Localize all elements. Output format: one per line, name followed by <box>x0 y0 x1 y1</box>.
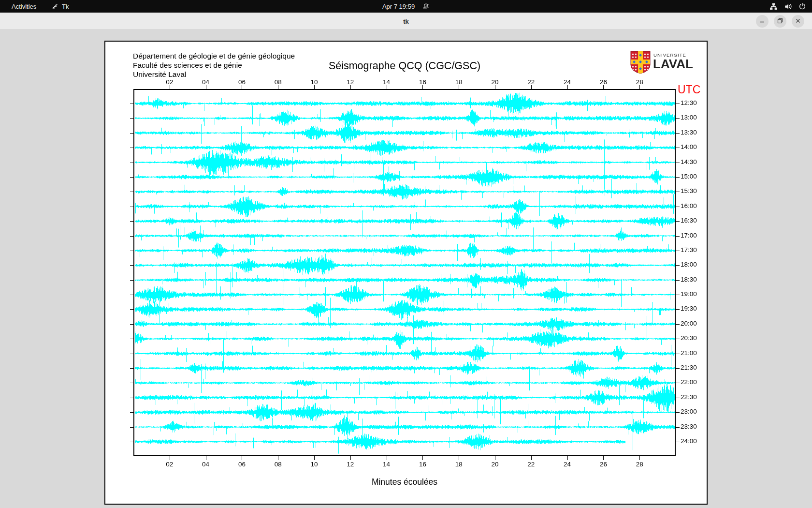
window-controls <box>756 15 804 28</box>
utc-time-label: 15:00 <box>681 173 697 180</box>
volume-icon <box>784 2 792 11</box>
x-tick-label-bottom: 02 <box>166 461 173 468</box>
utc-time-label: 21:30 <box>681 364 697 371</box>
x-tick-label-top: 22 <box>527 78 535 86</box>
maximize-button[interactable] <box>774 15 786 28</box>
logo-text-laval: LAVAL <box>653 57 693 72</box>
utc-time-label: 19:30 <box>681 305 697 312</box>
x-tick-label-top: 28 <box>636 78 643 86</box>
utc-time-label: 14:30 <box>681 158 697 165</box>
utc-time-label: 19:00 <box>681 290 697 298</box>
window-title: tk <box>0 13 812 30</box>
utc-time-label: 22:30 <box>681 393 697 401</box>
utc-label: UTC <box>678 83 700 96</box>
x-tick-label-bottom: 08 <box>275 461 282 468</box>
utc-time-label: 18:00 <box>681 261 697 268</box>
x-tick-label-bottom: 18 <box>455 461 463 468</box>
institution-block: Département de géologie et de génie géol… <box>133 51 295 79</box>
x-tick-label-bottom: 06 <box>238 461 246 468</box>
notifications-off-icon <box>422 3 430 10</box>
close-button[interactable] <box>792 15 804 28</box>
x-tick-label-bottom: 22 <box>527 461 535 468</box>
utc-time-label: 16:00 <box>681 202 697 209</box>
utc-time-label: 23:00 <box>681 408 697 415</box>
x-tick-label-top: 06 <box>238 78 246 86</box>
institution-line-2: Faculté des sciences et de génie <box>133 60 295 70</box>
clock-menu[interactable]: Apr 7 19:59 <box>382 0 430 13</box>
system-status-area[interactable] <box>769 0 806 13</box>
x-tick-label-top: 18 <box>455 78 463 86</box>
utc-time-label: 18:30 <box>681 276 697 283</box>
x-tick-label-bottom: 12 <box>347 461 354 468</box>
x-tick-label-top: 10 <box>310 78 318 86</box>
tk-icon <box>51 3 58 10</box>
seismograph-canvas: Département de géologie et de génie géol… <box>104 41 708 505</box>
x-tick-label-bottom: 28 <box>636 461 643 468</box>
activities-button[interactable]: Activities <box>9 0 39 13</box>
activities-label: Activities <box>12 3 36 10</box>
gnome-top-bar: Activities Tk Apr 7 19:59 <box>0 0 812 13</box>
x-tick-label-top: 16 <box>419 78 426 86</box>
plot-title: Séismographe QCQ (CGC/GSC) <box>329 60 480 72</box>
x-tick-label-bottom: 16 <box>419 461 426 468</box>
x-tick-label-top: 08 <box>275 78 282 86</box>
power-icon <box>798 2 806 10</box>
utc-time-label: 20:00 <box>681 320 697 327</box>
clock-label: Apr 7 19:59 <box>382 3 415 10</box>
x-tick-label-bottom: 24 <box>564 461 571 468</box>
x-tick-label-top: 04 <box>202 78 209 86</box>
focused-app-indicator[interactable]: Tk <box>51 0 69 13</box>
utc-time-label: 17:00 <box>681 232 697 239</box>
x-axis-title: Minutes écoulées <box>372 477 437 487</box>
x-tick-label-bottom: 04 <box>202 461 209 468</box>
laval-shield-icon <box>630 50 651 76</box>
x-tick-label-bottom: 26 <box>600 461 607 468</box>
utc-time-label: 13:30 <box>681 129 697 136</box>
focused-app-label: Tk <box>62 3 69 10</box>
utc-time-label: 22:00 <box>681 378 697 386</box>
institution-line-3: Université Laval <box>133 70 295 79</box>
utc-time-label: 17:30 <box>681 246 697 254</box>
utc-time-label: 16:30 <box>681 217 697 224</box>
x-tick-label-top: 26 <box>600 78 607 86</box>
x-tick-label-bottom: 10 <box>310 461 318 468</box>
network-wired-icon <box>769 2 778 11</box>
utc-time-label: 20:30 <box>681 334 697 342</box>
restore-icon <box>777 17 783 26</box>
institution-line-1: Département de géologie et de génie géol… <box>133 51 295 60</box>
x-tick-label-top: 20 <box>491 78 498 86</box>
window-titlebar: tk <box>0 13 812 30</box>
utc-time-label: 13:00 <box>681 114 697 121</box>
x-tick-label-top: 14 <box>383 78 390 86</box>
utc-time-label: 14:00 <box>681 143 697 150</box>
utc-time-label: 15:30 <box>681 187 697 194</box>
x-tick-label-top: 12 <box>347 78 354 86</box>
utc-time-label: 23:30 <box>681 423 697 430</box>
utc-time-label: 21:00 <box>681 349 697 357</box>
utc-time-label: 12:30 <box>681 99 697 106</box>
plot-frame <box>133 89 676 456</box>
minimize-button[interactable] <box>756 15 768 28</box>
minimize-icon <box>759 17 765 26</box>
x-tick-label-top: 02 <box>166 78 173 86</box>
universite-laval-logo: UNIVERSITÉ LAVAL <box>630 50 693 75</box>
window-content: Département de géologie et de génie géol… <box>0 30 812 508</box>
x-tick-label-bottom: 20 <box>491 461 498 468</box>
close-icon <box>795 17 801 26</box>
x-tick-label-top: 24 <box>564 78 571 86</box>
x-tick-label-bottom: 14 <box>383 461 390 468</box>
utc-time-label: 24:00 <box>681 437 697 445</box>
